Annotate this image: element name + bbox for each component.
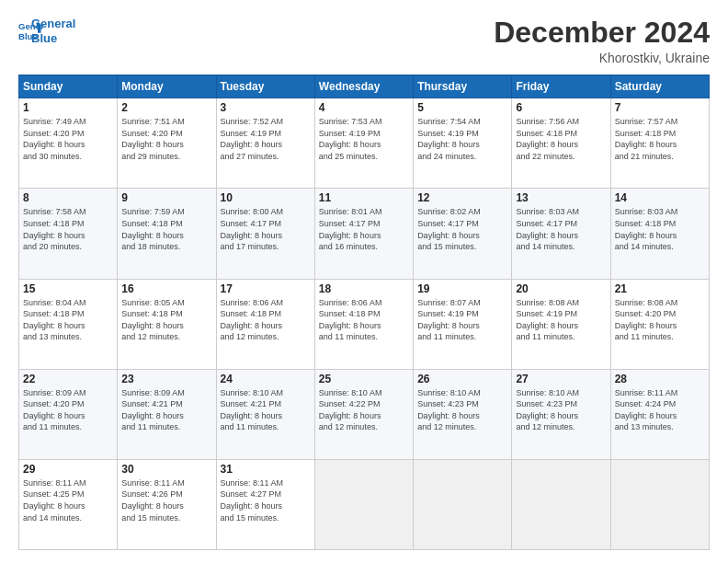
day-info: Sunrise: 8:10 AM Sunset: 4:23 PM Dayligh… (417, 387, 507, 433)
day-info: Sunrise: 7:54 AM Sunset: 4:19 PM Dayligh… (417, 116, 507, 162)
day-number: 9 (121, 191, 211, 204)
day-cell: 16Sunrise: 8:05 AM Sunset: 4:18 PM Dayli… (118, 279, 216, 369)
day-number: 30 (121, 463, 211, 476)
day-number: 28 (615, 373, 705, 385)
day-info: Sunrise: 8:11 AM Sunset: 4:24 PM Dayligh… (615, 387, 705, 433)
day-number: 17 (221, 282, 311, 295)
day-number: 4 (319, 101, 409, 114)
day-number: 7 (615, 101, 705, 114)
day-cell (512, 459, 610, 549)
day-info: Sunrise: 8:11 AM Sunset: 4:27 PM Dayligh… (221, 477, 311, 523)
day-info: Sunrise: 8:09 AM Sunset: 4:20 PM Dayligh… (23, 387, 113, 433)
week-row-4: 22Sunrise: 8:09 AM Sunset: 4:20 PM Dayli… (19, 369, 710, 459)
day-number: 1 (23, 101, 113, 114)
day-info: Sunrise: 8:07 AM Sunset: 4:19 PM Dayligh… (417, 297, 507, 343)
day-number: 29 (23, 463, 113, 476)
day-cell: 26Sunrise: 8:10 AM Sunset: 4:23 PM Dayli… (414, 369, 512, 459)
day-cell: 24Sunrise: 8:10 AM Sunset: 4:21 PM Dayli… (216, 369, 314, 459)
day-info: Sunrise: 7:58 AM Sunset: 4:18 PM Dayligh… (23, 206, 113, 252)
day-info: Sunrise: 8:04 AM Sunset: 4:18 PM Dayligh… (23, 297, 113, 343)
day-info: Sunrise: 7:57 AM Sunset: 4:18 PM Dayligh… (615, 116, 705, 162)
day-info: Sunrise: 7:56 AM Sunset: 4:18 PM Dayligh… (516, 116, 606, 162)
day-info: Sunrise: 8:10 AM Sunset: 4:23 PM Dayligh… (516, 387, 606, 433)
page: General Blue General Blue December 2024 … (0, 0, 728, 563)
day-info: Sunrise: 8:03 AM Sunset: 4:18 PM Dayligh… (615, 206, 705, 252)
day-info: Sunrise: 8:00 AM Sunset: 4:17 PM Dayligh… (221, 206, 311, 252)
day-info: Sunrise: 7:59 AM Sunset: 4:18 PM Dayligh… (121, 206, 211, 252)
day-number: 12 (417, 191, 507, 204)
day-number: 31 (221, 463, 311, 476)
day-cell: 2Sunrise: 7:51 AM Sunset: 4:20 PM Daylig… (118, 98, 216, 189)
day-cell: 20Sunrise: 8:08 AM Sunset: 4:19 PM Dayli… (512, 279, 610, 369)
day-number: 5 (417, 101, 507, 114)
day-info: Sunrise: 8:10 AM Sunset: 4:22 PM Dayligh… (319, 387, 409, 433)
day-number: 8 (23, 191, 113, 204)
week-row-5: 29Sunrise: 8:11 AM Sunset: 4:25 PM Dayli… (19, 459, 710, 549)
day-cell: 15Sunrise: 8:04 AM Sunset: 4:18 PM Dayli… (19, 279, 118, 369)
day-number: 15 (23, 282, 113, 295)
calendar-header: SundayMondayTuesdayWednesdayThursdayFrid… (19, 75, 710, 98)
week-row-3: 15Sunrise: 8:04 AM Sunset: 4:18 PM Dayli… (19, 279, 710, 369)
day-cell (610, 459, 709, 549)
weekday-tuesday: Tuesday (216, 75, 314, 98)
day-number: 23 (121, 373, 211, 385)
day-info: Sunrise: 7:53 AM Sunset: 4:19 PM Dayligh… (319, 116, 409, 162)
day-info: Sunrise: 8:01 AM Sunset: 4:17 PM Dayligh… (319, 206, 409, 252)
day-number: 21 (615, 282, 705, 295)
weekday-sunday: Sunday (19, 75, 118, 98)
weekday-thursday: Thursday (414, 75, 512, 98)
day-number: 24 (221, 373, 311, 385)
day-cell: 17Sunrise: 8:06 AM Sunset: 4:18 PM Dayli… (216, 279, 314, 369)
day-number: 6 (516, 101, 606, 114)
day-cell (414, 459, 512, 549)
day-number: 14 (615, 191, 705, 204)
day-number: 11 (319, 191, 409, 204)
day-cell: 21Sunrise: 8:08 AM Sunset: 4:20 PM Dayli… (610, 279, 709, 369)
day-info: Sunrise: 8:06 AM Sunset: 4:18 PM Dayligh… (319, 297, 409, 343)
day-cell: 29Sunrise: 8:11 AM Sunset: 4:25 PM Dayli… (19, 459, 118, 549)
day-cell: 8Sunrise: 7:58 AM Sunset: 4:18 PM Daylig… (19, 189, 118, 279)
day-cell: 19Sunrise: 8:07 AM Sunset: 4:19 PM Dayli… (414, 279, 512, 369)
day-info: Sunrise: 7:51 AM Sunset: 4:20 PM Dayligh… (121, 116, 211, 162)
logo-line1: General (31, 17, 75, 31)
day-info: Sunrise: 8:03 AM Sunset: 4:17 PM Dayligh… (516, 206, 606, 252)
day-info: Sunrise: 8:08 AM Sunset: 4:20 PM Dayligh… (615, 297, 705, 343)
day-info: Sunrise: 8:02 AM Sunset: 4:17 PM Dayligh… (417, 206, 507, 252)
subtitle: Khorostkiv, Ukraine (494, 51, 710, 65)
day-cell: 12Sunrise: 8:02 AM Sunset: 4:17 PM Dayli… (414, 189, 512, 279)
header: General Blue General Blue December 2024 … (18, 17, 710, 65)
day-number: 10 (221, 191, 311, 204)
day-cell (314, 459, 413, 549)
day-number: 13 (516, 191, 606, 204)
day-cell: 28Sunrise: 8:11 AM Sunset: 4:24 PM Dayli… (610, 369, 709, 459)
day-number: 22 (23, 373, 113, 385)
logo-line2: Blue (31, 31, 75, 46)
day-info: Sunrise: 8:11 AM Sunset: 4:25 PM Dayligh… (23, 477, 113, 523)
day-cell: 9Sunrise: 7:59 AM Sunset: 4:18 PM Daylig… (118, 189, 216, 279)
day-number: 18 (319, 282, 409, 295)
day-cell: 30Sunrise: 8:11 AM Sunset: 4:26 PM Dayli… (118, 459, 216, 549)
day-info: Sunrise: 8:05 AM Sunset: 4:18 PM Dayligh… (121, 297, 211, 343)
day-cell: 7Sunrise: 7:57 AM Sunset: 4:18 PM Daylig… (610, 98, 709, 189)
day-info: Sunrise: 8:06 AM Sunset: 4:18 PM Dayligh… (221, 297, 311, 343)
day-number: 2 (121, 101, 211, 114)
week-row-2: 8Sunrise: 7:58 AM Sunset: 4:18 PM Daylig… (19, 189, 710, 279)
weekday-row: SundayMondayTuesdayWednesdayThursdayFrid… (19, 75, 710, 98)
weekday-friday: Friday (512, 75, 610, 98)
day-cell: 4Sunrise: 7:53 AM Sunset: 4:19 PM Daylig… (314, 98, 413, 189)
day-info: Sunrise: 7:52 AM Sunset: 4:19 PM Dayligh… (221, 116, 311, 162)
day-cell: 18Sunrise: 8:06 AM Sunset: 4:18 PM Dayli… (314, 279, 413, 369)
day-cell: 6Sunrise: 7:56 AM Sunset: 4:18 PM Daylig… (512, 98, 610, 189)
day-number: 19 (417, 282, 507, 295)
day-cell: 3Sunrise: 7:52 AM Sunset: 4:19 PM Daylig… (216, 98, 314, 189)
day-cell: 22Sunrise: 8:09 AM Sunset: 4:20 PM Dayli… (19, 369, 118, 459)
day-number: 25 (319, 373, 409, 385)
day-info: Sunrise: 8:10 AM Sunset: 4:21 PM Dayligh… (221, 387, 311, 433)
day-cell: 11Sunrise: 8:01 AM Sunset: 4:17 PM Dayli… (314, 189, 413, 279)
weekday-saturday: Saturday (610, 75, 709, 98)
day-number: 16 (121, 282, 211, 295)
day-number: 27 (516, 373, 606, 385)
weekday-wednesday: Wednesday (314, 75, 413, 98)
day-number: 26 (417, 373, 507, 385)
day-cell: 10Sunrise: 8:00 AM Sunset: 4:17 PM Dayli… (216, 189, 314, 279)
